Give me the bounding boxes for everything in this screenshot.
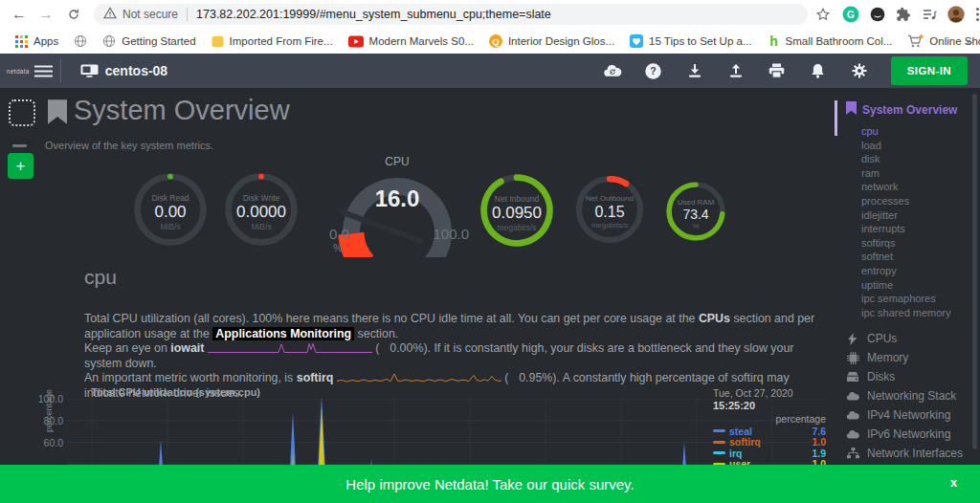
softirq-value: 0.95% (508, 371, 552, 386)
sidebar-item-cpus[interactable]: CPUs (846, 329, 976, 348)
cloud-icon (846, 410, 859, 420)
legend-units: percentage (713, 413, 826, 425)
sidebar-item-system-overview[interactable]: System Overview (846, 101, 976, 118)
gauge-value: 16.0 (325, 186, 469, 212)
sidebar-subitem-cpu[interactable]: cpu (861, 124, 976, 139)
sidebar-subitem-ram[interactable]: ram (861, 166, 976, 181)
node-selector-box[interactable] (9, 99, 35, 126)
sidebar-item-ipv6-networking[interactable]: IPv6 Networking (846, 425, 976, 444)
applications-monitoring-ref[interactable]: Applications Monitoring (212, 327, 354, 340)
gauge-label: CPU (325, 155, 469, 168)
bookmark-icon (846, 101, 857, 118)
grammarly-icon[interactable]: G (842, 6, 859, 23)
back-icon[interactable]: ← (11, 7, 27, 22)
gauge-disk-read[interactable]: Disk Read0.00MiB/s (130, 169, 211, 250)
hamburger-menu-icon[interactable] (34, 65, 53, 77)
bookmark-item[interactable]: Getting Started (102, 34, 195, 48)
sidebar-active-indicator (835, 100, 837, 136)
gauge-label: Net Outbound (572, 194, 647, 203)
sidebar-subitem-softirqs[interactable]: softirqs (861, 236, 976, 251)
sidebar-item-disks[interactable]: Disks (846, 367, 976, 386)
cart-favicon (907, 34, 924, 48)
sidebar-subitem-ipc-semaphores[interactable]: ipc semaphores (861, 292, 976, 306)
settings-icon[interactable] (850, 63, 869, 78)
gauge-used-ram[interactable]: Used RAM73.4% (663, 179, 728, 244)
bookmark-star-icon[interactable] (815, 7, 831, 22)
gauge-net-inbound[interactable]: Net Inbound0.0950megabits/s (477, 170, 557, 251)
banner-close-icon[interactable]: x (950, 475, 957, 490)
gauge-cpu[interactable]: CPU16.00.0100.0% (325, 155, 469, 254)
add-node-button[interactable]: + (8, 153, 33, 179)
bookmark-item[interactable]: QInterior Design Glos... (489, 34, 614, 48)
sidebar-subitem-load[interactable]: load (861, 139, 976, 153)
legend-row-softirq[interactable]: softirq1.0 (713, 437, 826, 448)
bookmark-item[interactable]: hSmall Bathroom Col... (768, 34, 893, 48)
survey-banner[interactable]: Help improve Netdata! Take our quick sur… (0, 465, 980, 503)
hostname[interactable]: centos-08 (105, 63, 167, 78)
extensions-icon[interactable] (896, 7, 911, 22)
sidebar-subitem-disk[interactable]: disk (861, 152, 976, 166)
sidebar-subitem-entropy[interactable]: entropy (861, 264, 976, 278)
reading-list-icon[interactable] (922, 7, 937, 22)
bookmark-item[interactable]: Apps (15, 35, 58, 48)
bookmark-item[interactable]: Modern Marvels S0... (348, 35, 474, 48)
sidebar-item-label: Disks (867, 370, 895, 383)
gauge-unit: megabits/s (477, 223, 557, 232)
svg-text:?: ? (651, 65, 657, 77)
bookmark-item[interactable] (74, 34, 87, 48)
bookmark-item[interactable]: 15 Tips to Set Up a... (630, 34, 751, 48)
sidebar-subitem-uptime[interactable]: uptime (861, 278, 976, 293)
sidebar-item-networking-stack[interactable]: Networking Stack (846, 386, 976, 405)
help-icon[interactable]: ? (644, 63, 663, 79)
gauge-net-outbound[interactable]: Net Outbound0.15megabits/s (572, 172, 647, 247)
cloud-icon (846, 429, 859, 439)
netdata-header: netdata centos-08 ?SIGN-IN (0, 54, 980, 88)
sidebar-subitem-interrupts[interactable]: interrupts (861, 222, 976, 236)
legend-value: 7.6 (812, 426, 826, 437)
sidebar-item-network-interfaces[interactable]: Network Interfaces (846, 444, 976, 463)
svg-text:h: h (769, 34, 778, 48)
print-icon[interactable] (768, 63, 787, 78)
bookmark-item[interactable]: Imported From Fire... (212, 35, 333, 48)
gauge-disk-write[interactable]: Disk Write0.0000MiB/s (221, 169, 301, 250)
bookmark-label: Interior Design Glos... (508, 35, 614, 47)
chart-title: Total CPU utilization (system.cpu) (91, 386, 260, 398)
sidebar-subitem-ipc-shared-memory[interactable]: ipc shared memory (861, 306, 976, 320)
forward-icon[interactable]: → (38, 7, 54, 22)
sidebar-scrollbar[interactable] (972, 94, 977, 449)
sidebar-item-label: CPUs (867, 332, 897, 345)
cloud-sync-icon[interactable] (603, 63, 622, 78)
sidebar-item-ipv4-networking[interactable]: IPv4 Networking (846, 405, 976, 425)
download-icon[interactable] (685, 63, 704, 78)
legend-value: 1.9 (812, 448, 826, 459)
sitemap-icon (846, 448, 859, 459)
bookmarks-overflow-chevron[interactable]: » (966, 34, 972, 49)
node-column-divider (12, 144, 27, 147)
legend-row-irq[interactable]: irq1.9 (713, 448, 826, 459)
bookmark-label: Apps (33, 35, 58, 47)
profile-avatar-icon[interactable] (947, 6, 965, 23)
chart-ytick: 100.0 (29, 393, 63, 405)
address-bar[interactable]: Not secure 173.82.202.201:19999/#menu_sy… (94, 4, 808, 25)
sidebar-item-memory[interactable]: Memory (846, 348, 976, 367)
legend-date: Tue, Oct 27, 2020 (713, 387, 826, 399)
sidebar-item-label: Memory (867, 351, 908, 364)
chart-legend: Tue, Oct 27, 2020 15:25:20 percentage st… (713, 387, 826, 470)
legend-row-steal[interactable]: steal7.6 (713, 426, 826, 437)
desc-text: An important metric worth monitoring, is (84, 371, 297, 384)
sidebar-subitem-processes[interactable]: processes (861, 194, 976, 208)
gauge-value: 0.0950 (477, 204, 557, 223)
ghostery-icon[interactable] (870, 7, 885, 22)
gauge-value: 0.00 (130, 203, 211, 222)
sidebar-title-label: System Overview (862, 103, 957, 117)
menu-kebab-icon[interactable] (975, 7, 980, 22)
survey-banner-text[interactable]: Help improve Netdata! Take our quick sur… (345, 476, 634, 492)
sign-in-button[interactable]: SIGN-IN (891, 56, 968, 85)
sidebar-subitem-softnet[interactable]: softnet (861, 250, 976, 264)
alarms-icon[interactable] (809, 63, 828, 78)
upload-icon[interactable] (726, 63, 746, 78)
sidebar-subitem-idlejitter[interactable]: idlejitter (861, 208, 976, 223)
sidebar-subitem-network[interactable]: network (861, 180, 976, 194)
page-subtitle: Overview of the key system metrics. (45, 140, 213, 151)
refresh-icon[interactable] (67, 8, 80, 21)
